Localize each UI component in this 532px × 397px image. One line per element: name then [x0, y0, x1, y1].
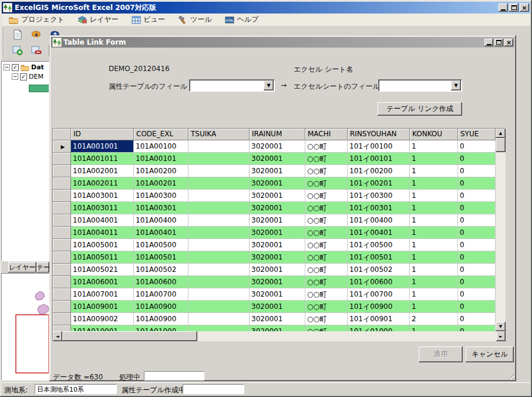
column-header[interactable]: IRAINUM [250, 129, 305, 140]
horizontal-scrollbar[interactable]: ◄ ► [53, 331, 506, 341]
grid-cell[interactable]: 101A00300 [134, 190, 188, 202]
grid-cell[interactable]: 101A00200 [134, 165, 188, 177]
grid-cell[interactable] [188, 227, 250, 239]
tree-collapse-icon[interactable]: − [4, 64, 10, 70]
grid-cell[interactable]: 0 [458, 251, 496, 264]
grid-cell[interactable]: 3020001 [250, 153, 305, 165]
table-row[interactable]: 101A009002101A009003020001○○町101イ0090120 [53, 313, 496, 325]
grid-cell[interactable]: 1 [410, 325, 458, 331]
scroll-left-button[interactable]: ◄ [53, 331, 62, 341]
grid-cell[interactable]: 101イ00501 [348, 251, 410, 264]
table-row[interactable]: 101A003001101A003003020001○○町101イ0030010 [53, 190, 496, 202]
grid-cell[interactable]: 101A004001 [71, 214, 134, 227]
row-selector[interactable] [53, 177, 71, 190]
grid-cell[interactable]: 101イ00101 [348, 153, 410, 165]
grid-cell[interactable]: 101A00500 [134, 239, 188, 251]
row-selector[interactable] [53, 288, 71, 301]
grid-cell[interactable] [188, 214, 250, 227]
grid-cell[interactable]: 3020001 [250, 227, 305, 239]
grid-cell[interactable]: 1 [410, 239, 458, 251]
grid-cell[interactable]: 101A005001 [71, 239, 134, 251]
cancel-button[interactable]: キャンセル [466, 346, 514, 362]
grid-cell[interactable]: 101イ00500 [348, 239, 410, 251]
table-row[interactable]: 101A007001101A007003020001○○町101イ0070010 [53, 288, 496, 301]
vertical-scrollbar[interactable]: ▲ ▼ [496, 129, 506, 331]
column-header[interactable]: RINSYOUHAN [348, 129, 410, 140]
column-header[interactable]: CODE_EXL [134, 129, 188, 140]
grid-cell[interactable]: ○○町 [305, 202, 348, 214]
grid-cell[interactable]: 101A00900 [134, 301, 188, 313]
grid-cell[interactable]: 101イ00100 [348, 140, 410, 153]
apply-button[interactable]: 適用 [419, 346, 463, 362]
grid-cell[interactable]: 101A010001 [71, 325, 134, 331]
grid-cell[interactable]: 1 [410, 202, 458, 214]
table-row[interactable]: 101A005011101A005013020001○○町101イ0050110 [53, 251, 496, 264]
grid-cell[interactable]: 101A005021 [71, 264, 134, 276]
horizontal-scroll-thumb[interactable] [62, 331, 197, 341]
grid-cell[interactable]: 0 [458, 264, 496, 276]
grid-cell[interactable]: 101A00700 [134, 288, 188, 301]
row-selector[interactable]: ▶ [53, 140, 71, 153]
grid-cell[interactable]: 3020001 [250, 202, 305, 214]
dialog-title-bar[interactable]: Table Link Form × [51, 37, 514, 48]
tree-item-data[interactable]: − ✓ Dat [4, 63, 49, 71]
row-selector[interactable] [53, 251, 71, 264]
grid-cell[interactable]: 101イ00901 [348, 313, 410, 325]
row-selector[interactable] [53, 190, 71, 202]
column-header[interactable]: TSUIKA [188, 129, 250, 140]
toolbar-grip[interactable] [4, 45, 5, 56]
grid-cell[interactable]: 3020001 [250, 190, 305, 202]
new-project-button[interactable] [10, 28, 25, 42]
grid-cell[interactable]: 101A009001 [71, 301, 134, 313]
grid-cell[interactable] [188, 239, 250, 251]
grid-cell[interactable]: 101A003011 [71, 202, 134, 214]
open-project-button[interactable] [29, 28, 44, 42]
grid-cell[interactable]: ○○町 [305, 153, 348, 165]
table-row[interactable]: 101A003011101A003013020001○○町101イ0030110 [53, 202, 496, 214]
grid-cell[interactable]: 101A00401 [134, 227, 188, 239]
grid-cell[interactable]: 1 [410, 264, 458, 276]
grid-cell[interactable]: 101A002001 [71, 165, 134, 177]
dialog-maximize-button[interactable] [494, 39, 503, 46]
grid-cell[interactable]: 0 [458, 153, 496, 165]
tab-table[interactable]: テー [37, 262, 49, 272]
grid-cell[interactable]: 101イ01000 [348, 325, 410, 331]
grid-cell[interactable]: 101イ00401 [348, 227, 410, 239]
grid-cell[interactable]: ○○町 [305, 140, 348, 153]
grid-cell[interactable]: 101A00900 [134, 313, 188, 325]
dialog-close-button[interactable]: × [504, 39, 513, 46]
table-row[interactable]: 101A009001101A009003020001○○町101イ0090010 [53, 301, 496, 313]
menu-view[interactable]: ビュー [129, 14, 168, 26]
grid-cell[interactable]: ○○町 [305, 214, 348, 227]
grid-cell[interactable]: 0 [458, 325, 496, 331]
row-selector[interactable] [53, 227, 71, 239]
grid-cell[interactable] [188, 313, 250, 325]
grid-cell[interactable]: ○○町 [305, 301, 348, 313]
grid-cell[interactable]: 101A002011 [71, 177, 134, 190]
grid-cell[interactable]: 0 [458, 276, 496, 288]
grid-cell[interactable]: 101A004011 [71, 227, 134, 239]
grid-cell[interactable]: 0 [458, 165, 496, 177]
column-header[interactable]: SYUE [458, 129, 496, 140]
grid-cell[interactable]: 101A00301 [134, 202, 188, 214]
column-header[interactable]: ID [71, 129, 134, 140]
grid-cell[interactable]: 3020001 [250, 251, 305, 264]
row-selector[interactable] [53, 202, 71, 214]
grid-cell[interactable]: 1 [410, 177, 458, 190]
table-row[interactable]: 101A010001101A010003020001○○町101イ0100010 [53, 325, 496, 331]
grid-cell[interactable]: 0 [458, 177, 496, 190]
grid-cell[interactable]: 1 [410, 165, 458, 177]
grid-cell[interactable]: ○○町 [305, 313, 348, 325]
dialog-minimize-button[interactable] [484, 39, 493, 46]
grid-cell[interactable]: 101イ00600 [348, 276, 410, 288]
grid-cell[interactable] [188, 288, 250, 301]
grid-cell[interactable]: ○○町 [305, 177, 348, 190]
menu-help[interactable]: HTML ヘルプ [223, 14, 261, 26]
grid-cell[interactable]: 101A00101 [134, 153, 188, 165]
combobox-dropdown-button[interactable]: ▼ [451, 80, 461, 90]
grid-cell[interactable]: 101A01000 [134, 325, 188, 331]
grid-cell[interactable]: 2 [410, 313, 458, 325]
add-layer-button[interactable] [10, 43, 25, 58]
toolbar-grip[interactable] [4, 29, 5, 41]
grid-cell[interactable]: 0 [458, 190, 496, 202]
